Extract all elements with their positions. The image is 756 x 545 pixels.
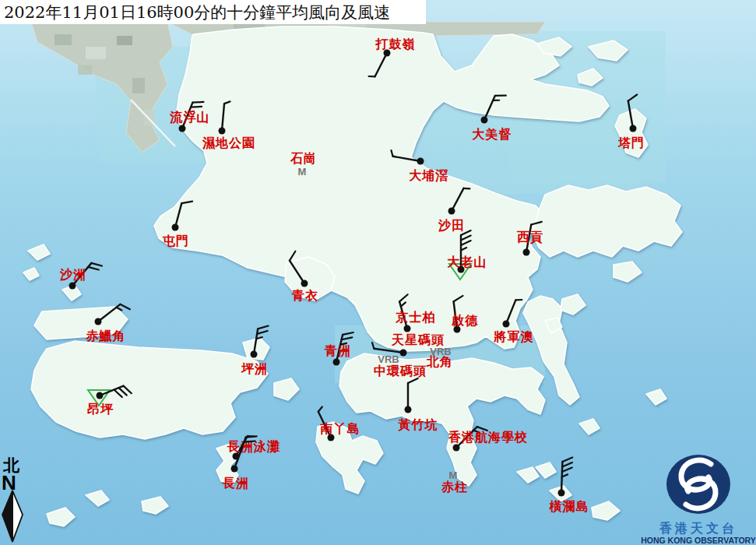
hko-logo-ellipse [666, 455, 730, 514]
station-label: 赤柱 [441, 480, 468, 494]
station-dot [448, 208, 455, 215]
station-dot [417, 158, 424, 165]
station-dot [97, 392, 104, 399]
station-label: 大埔滘 [410, 168, 449, 183]
station-dot [630, 125, 637, 132]
wind-barb-full [246, 436, 257, 437]
station-dot [523, 249, 530, 256]
station-label: 流浮山 [170, 110, 210, 125]
station-dot [558, 490, 565, 497]
wind-barb-full [192, 102, 203, 103]
station-label: 西貢 [516, 230, 543, 244]
station-dot [172, 224, 179, 231]
station-label: 打鼓嶺 [375, 37, 416, 51]
station-label: 南丫島 [320, 421, 360, 436]
station-label: 青洲 [324, 343, 351, 358]
station-label: 長洲 [222, 476, 249, 490]
station-label: 中環碼頭 [374, 364, 427, 378]
station-dot [69, 283, 76, 290]
wind-barb-full [191, 107, 202, 107]
station-dot [404, 325, 411, 332]
station-label: 屯門 [162, 234, 189, 248]
station-label: 沙洲 [59, 267, 86, 282]
station-label: 青衣 [291, 288, 318, 303]
station-label: 黃竹坑 [398, 417, 438, 432]
station-label: 昂坪 [87, 402, 114, 417]
station-label: 啟德 [451, 313, 478, 328]
north-label-letter: N [2, 471, 16, 494]
station-dot [333, 359, 340, 366]
station-label: 沙田 [438, 218, 465, 233]
station-dot [219, 128, 226, 135]
station-dot [503, 321, 510, 328]
station-dot [95, 318, 102, 325]
station-dot [301, 280, 308, 287]
station-label: 香港航海學校 [448, 430, 528, 445]
station-dot [400, 350, 407, 357]
station-tag: M [449, 469, 458, 481]
station-label: 京士柏 [396, 310, 436, 325]
station-label: 將軍澳 [494, 329, 534, 344]
station-dot [251, 351, 258, 358]
station-label: 大美督 [473, 127, 512, 142]
wind-map-page: 打鼓嶺流浮山濕地公園石崗M大美督塔門大埔滘沙田西貢大老山屯門沙洲青衣赤鱲角京士柏… [0, 0, 756, 545]
station-label: 濕地公園 [202, 135, 255, 150]
station-tag: M [298, 166, 307, 178]
hk-wind-map: 打鼓嶺流浮山濕地公園石崗M大美督塔門大埔滘沙田西貢大老山屯門沙洲青衣赤鱲角京士柏… [0, 0, 756, 545]
station-dot [179, 125, 186, 132]
station-dot [231, 466, 238, 473]
page-title: 2022年11月01日16時00分的十分鐘平均風向及風速 [4, 3, 390, 22]
station-dot [453, 445, 460, 452]
station-dot [405, 406, 412, 413]
station-label: 塔門 [617, 135, 645, 150]
station-label: 大老山 [448, 255, 487, 269]
station-tag: VRB [430, 346, 451, 357]
hko-logo-chinese: 香港天文台 [659, 521, 737, 535]
hko-logo-english: HONG KONG OBSERVATORY [641, 536, 756, 545]
station-label: 石崗 [290, 151, 317, 166]
station-label: 橫瀾島 [549, 499, 589, 514]
wind-barb-full [244, 441, 255, 441]
station-label: 坪洲 [241, 361, 268, 376]
station-north-point: 北角VRB [426, 346, 453, 369]
station-dot [481, 117, 488, 124]
station-label: 赤鱲角 [86, 329, 126, 343]
title-bar: 2022年11月01日16時00分的十分鐘平均風向及風速 [0, 0, 426, 24]
station-tag: VRB [378, 353, 399, 365]
